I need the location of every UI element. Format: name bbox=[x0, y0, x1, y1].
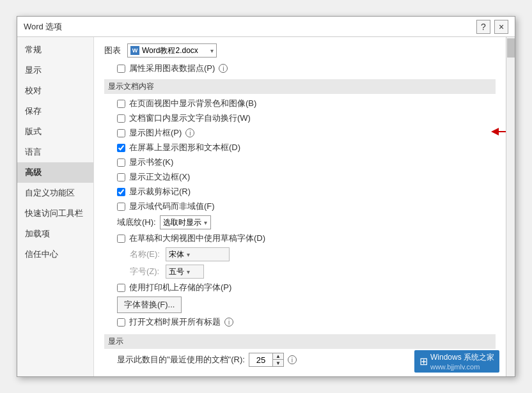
sidebar-item-语言[interactable]: 语言 bbox=[17, 142, 93, 162]
picture-frame-checkbox-row: 显示图片框(P) i bbox=[117, 127, 496, 139]
font-size-row: 字号(Z): 五号 ▾ bbox=[130, 265, 496, 279]
scroll-thumb[interactable] bbox=[507, 38, 515, 58]
autowrap-checkbox[interactable] bbox=[117, 114, 125, 123]
brand-text: Windows 系统之家 bbox=[430, 352, 494, 363]
word-options-dialog: Word 选项 ? × 常规显示校对保存版式语言高级自定义功能区快速访问工具栏加… bbox=[17, 16, 515, 377]
drawings-label[interactable]: 在屏幕上显示图形和文本框(D) bbox=[129, 142, 240, 153]
field-shading-row: 域底纹(H): 选取时显示 ▾ bbox=[117, 215, 496, 229]
dialog-body: 常规显示校对保存版式语言高级自定义功能区快速访问工具栏加载项信任中心 图表 W … bbox=[17, 37, 515, 376]
font-name-label: 名称(E): bbox=[130, 249, 162, 260]
chart-label: 图表 bbox=[104, 45, 121, 56]
font-size-value: 五号 bbox=[169, 266, 184, 277]
text-border-checkbox[interactable] bbox=[117, 173, 125, 181]
printer-font-label[interactable]: 使用打印机上存储的字体(P) bbox=[129, 282, 231, 293]
field-codes-label[interactable]: 显示域代码而非域值(F) bbox=[129, 201, 215, 212]
property-label[interactable]: 属性采用图表数据点(P) bbox=[129, 63, 215, 74]
background-label[interactable]: 在页面视图中显示背景色和图像(B) bbox=[129, 98, 256, 109]
property-info-icon[interactable]: i bbox=[219, 64, 228, 73]
sidebar-item-加载项[interactable]: 加载项 bbox=[17, 224, 93, 244]
draft-font-checkbox-row: 在草稿和大纲视图中使用草稿字体(D) bbox=[117, 233, 496, 244]
autowrap-label[interactable]: 文档窗口内显示文字自动换行(W) bbox=[129, 112, 251, 124]
spinner-up-button[interactable]: ▲ bbox=[273, 353, 283, 360]
crop-marks-checkbox[interactable] bbox=[117, 188, 125, 196]
recent-docs-input[interactable] bbox=[249, 355, 272, 365]
text-border-label[interactable]: 显示正文边框(X) bbox=[129, 171, 190, 183]
recent-docs-spinner: ▲ ▼ bbox=[249, 353, 284, 367]
font-replace-button[interactable]: 字体替换(F)... bbox=[117, 297, 182, 313]
brand-badge: ⊞ Windows 系统之家 www.bjjmlv.com bbox=[414, 350, 499, 373]
bookmarks-label[interactable]: 显示书签(K) bbox=[129, 157, 173, 168]
sidebar-item-高级[interactable]: 高级 bbox=[17, 162, 93, 183]
chart-file-dropdown[interactable]: W Word教程2.docx ▾ bbox=[127, 43, 217, 58]
drawings-checkbox[interactable] bbox=[117, 144, 125, 152]
brand-text-container: Windows 系统之家 www.bjjmlv.com bbox=[430, 352, 494, 371]
dropdown-arrow-icon: ▾ bbox=[210, 47, 214, 54]
picture-frame-label[interactable]: 显示图片框(P) bbox=[129, 127, 182, 139]
bookmarks-checkbox[interactable] bbox=[117, 158, 125, 167]
section-display-header: 显示文档内容 bbox=[104, 79, 496, 94]
scrollbar[interactable] bbox=[506, 37, 515, 376]
crop-marks-checkbox-row: 显示裁剪标记(R) bbox=[117, 186, 496, 197]
sidebar-item-自定义功能区[interactable]: 自定义功能区 bbox=[17, 183, 93, 203]
field-codes-checkbox-row: 显示域代码而非域值(F) bbox=[117, 201, 496, 212]
sidebar-item-常规[interactable]: 常规 bbox=[17, 40, 93, 60]
picture-frame-info-icon[interactable]: i bbox=[185, 128, 194, 137]
picture-frame-checkbox[interactable] bbox=[117, 129, 125, 137]
font-name-dropdown[interactable]: 宋体 ▾ bbox=[166, 247, 230, 261]
chart-file-name: Word教程2.docx bbox=[142, 45, 198, 56]
main-content: 图表 W Word教程2.docx ▾ 属性采用图表数据点(P) i 显示文档内… bbox=[94, 37, 506, 376]
recent-docs-info-icon[interactable]: i bbox=[288, 355, 297, 364]
field-shading-dropdown[interactable]: 选取时显示 ▾ bbox=[160, 215, 211, 229]
font-name-arrow-icon: ▾ bbox=[187, 251, 190, 258]
red-arrow-left-annotation bbox=[94, 132, 95, 164]
printer-font-checkbox-row: 使用打印机上存储的字体(P) bbox=[117, 282, 496, 293]
expand-headings-label[interactable]: 打开文档时展开所有标题 bbox=[129, 316, 221, 328]
windows-logo-icon: ⊞ bbox=[419, 355, 428, 367]
sidebar-item-保存[interactable]: 保存 bbox=[17, 101, 93, 121]
expand-headings-checkbox[interactable] bbox=[117, 318, 125, 327]
text-border-checkbox-row: 显示正文边框(X) bbox=[117, 171, 496, 183]
sidebar-item-信任中心[interactable]: 信任中心 bbox=[17, 244, 93, 265]
font-replace-row: 字体替换(F)... bbox=[117, 297, 496, 313]
field-shading-value: 选取时显示 bbox=[163, 217, 201, 228]
sidebar: 常规显示校对保存版式语言高级自定义功能区快速访问工具栏加载项信任中心 bbox=[17, 37, 94, 376]
crop-marks-label[interactable]: 显示裁剪标记(R) bbox=[129, 186, 191, 197]
close-button[interactable]: × bbox=[494, 20, 508, 34]
font-size-dropdown[interactable]: 五号 ▾ bbox=[166, 265, 204, 279]
spinner-buttons: ▲ ▼ bbox=[272, 353, 283, 366]
property-checkbox-row: 属性采用图表数据点(P) i bbox=[117, 63, 496, 74]
sidebar-item-显示[interactable]: 显示 bbox=[17, 60, 93, 81]
background-checkbox[interactable] bbox=[117, 100, 125, 108]
expand-headings-info-icon[interactable]: i bbox=[224, 318, 233, 327]
dialog-title: Word 选项 bbox=[24, 21, 62, 33]
font-size-arrow-icon: ▾ bbox=[187, 268, 190, 275]
field-codes-checkbox[interactable] bbox=[117, 203, 125, 211]
red-arrow-right bbox=[489, 125, 506, 139]
bookmarks-checkbox-row: 显示书签(K) bbox=[117, 157, 496, 168]
printer-font-checkbox[interactable] bbox=[117, 284, 125, 292]
word-doc-icon: W bbox=[130, 46, 139, 55]
property-checkbox[interactable] bbox=[117, 65, 125, 73]
brand-url: www.bjjmlv.com bbox=[430, 363, 494, 371]
sidebar-item-版式[interactable]: 版式 bbox=[17, 121, 93, 142]
section-display2-header: 显示 bbox=[104, 334, 496, 349]
font-name-row: 名称(E): 宋体 ▾ bbox=[130, 247, 496, 261]
autowrap-checkbox-row: 文档窗口内显示文字自动换行(W) bbox=[117, 112, 496, 124]
title-bar: Word 选项 ? × bbox=[17, 17, 515, 37]
chart-row: 图表 W Word教程2.docx ▾ bbox=[104, 43, 496, 58]
field-shading-label: 域底纹(H): bbox=[117, 217, 156, 228]
font-size-label: 字号(Z): bbox=[130, 266, 162, 277]
font-name-value: 宋体 bbox=[169, 249, 184, 260]
help-button[interactable]: ? bbox=[476, 20, 490, 34]
drawings-checkbox-row: 在屏幕上显示图形和文本框(D) bbox=[117, 142, 496, 153]
title-buttons: ? × bbox=[476, 20, 508, 34]
sidebar-item-快速访问工具栏[interactable]: 快速访问工具栏 bbox=[17, 203, 93, 224]
background-checkbox-row: 在页面视图中显示背景色和图像(B) bbox=[117, 98, 496, 109]
spinner-down-button[interactable]: ▼ bbox=[273, 360, 283, 366]
field-shading-arrow-icon: ▾ bbox=[204, 219, 207, 226]
recent-docs-label: 显示此数目的"最近使用的文档"(R): bbox=[117, 354, 245, 366]
expand-headings-checkbox-row: 打开文档时展开所有标题 i bbox=[117, 316, 496, 328]
draft-font-label[interactable]: 在草稿和大纲视图中使用草稿字体(D) bbox=[129, 233, 265, 244]
draft-font-checkbox[interactable] bbox=[117, 235, 125, 243]
sidebar-item-校对[interactable]: 校对 bbox=[17, 81, 93, 101]
